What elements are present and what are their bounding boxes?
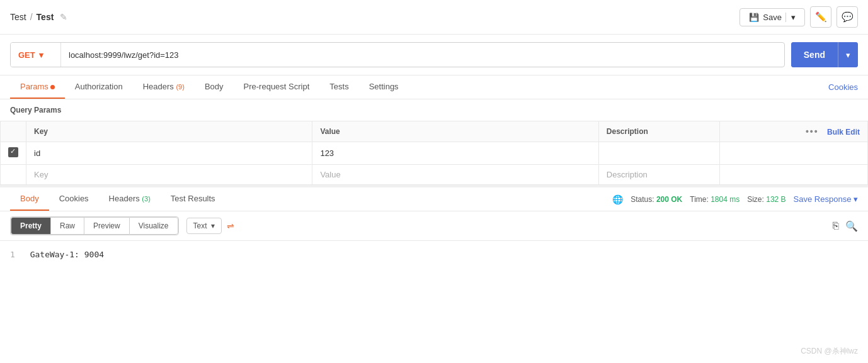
response-tab-body-label: Body	[20, 194, 39, 203]
section-title: Query Params	[0, 99, 868, 121]
col-desc-header: Description	[598, 121, 719, 142]
placeholder-key[interactable]: Key	[26, 165, 312, 185]
size-label: Size: 132 B	[747, 195, 785, 204]
save-dropdown-chevron[interactable]	[785, 13, 796, 22]
table-header-row: Key Value Description ••• Bulk Edit	[1, 121, 868, 142]
format-tab-pretty[interactable]: Pretty	[11, 217, 50, 235]
bulk-edit-button[interactable]: Bulk Edit	[827, 128, 860, 137]
text-format-label: Text	[193, 221, 207, 230]
tab-headers-label: Headers (9)	[143, 82, 185, 91]
response-tab-test-results[interactable]: Test Results	[161, 187, 226, 211]
placeholder-desc[interactable]: Description	[598, 165, 719, 185]
url-input-wrapper: GET	[10, 42, 785, 67]
query-params-section: Query Params Key Value Description ••• B…	[0, 99, 868, 185]
placeholder-actions	[720, 165, 868, 185]
url-bar: GET Send	[0, 35, 868, 75]
params-dot	[50, 85, 55, 89]
response-tab-body[interactable]: Body	[10, 187, 49, 211]
save-response-button[interactable]: Save Response ▾	[794, 194, 858, 204]
comment-icon: 💬	[842, 11, 854, 23]
tab-tests-label: Tests	[329, 82, 348, 91]
line-number-1: 1	[10, 250, 15, 259]
tab-body-label: Body	[205, 82, 224, 91]
response-tab-test-results-label: Test Results	[171, 194, 215, 203]
line-content-1: GateWay-1: 9004	[30, 250, 104, 259]
row-value-cell[interactable]: 123	[312, 142, 598, 165]
send-button-main[interactable]: Send	[791, 42, 838, 67]
time-label: Time: 1804 ms	[690, 195, 740, 204]
tab-authorization[interactable]: Authorization	[65, 75, 133, 99]
tab-body[interactable]: Body	[195, 75, 234, 99]
breadcrumb-separator: /	[30, 12, 33, 22]
request-tabs: Params Authorization Headers (9) Body Pr…	[0, 75, 868, 99]
table-row-placeholder: Key Value Description	[1, 165, 868, 185]
send-dropdown-button[interactable]	[838, 42, 858, 67]
format-tab-group: Pretty Raw Preview Visualize	[10, 216, 179, 235]
edit-icon[interactable]: ✎	[60, 12, 67, 22]
tab-settings-label: Settings	[369, 82, 399, 91]
breadcrumb: Test / Test ✎	[10, 12, 67, 22]
format-tab-raw[interactable]: Raw	[50, 217, 84, 235]
save-icon: 💾	[749, 13, 759, 22]
col-key-header: Key	[26, 121, 312, 142]
col-check-header	[1, 121, 26, 142]
row-checkbox[interactable]	[8, 147, 18, 157]
placeholder-check	[1, 165, 26, 185]
row-checkbox-cell	[1, 142, 26, 165]
response-section: Body Cookies Headers (3) Test Results St…	[0, 185, 868, 269]
placeholder-value[interactable]: Value	[312, 165, 598, 185]
tab-params-label: Params	[20, 82, 49, 91]
save-label: Save	[763, 13, 782, 22]
response-tabs: Body Cookies Headers (3) Test Results St…	[0, 187, 868, 211]
format-tab-visualize[interactable]: Visualize	[129, 217, 178, 235]
more-dots-icon[interactable]: •••	[806, 126, 819, 137]
copy-icon[interactable]: ⎘	[833, 220, 839, 232]
method-select[interactable]: GET	[11, 43, 61, 67]
tab-headers[interactable]: Headers (9)	[133, 75, 195, 99]
edit-request-button[interactable]: ✏️	[810, 6, 831, 28]
format-tab-preview[interactable]: Preview	[84, 217, 129, 235]
tab-params[interactable]: Params	[10, 75, 65, 99]
status-value: 200 OK	[656, 195, 682, 204]
pencil-icon: ✏️	[815, 11, 827, 23]
row-key-cell[interactable]: id	[26, 142, 312, 165]
tab-pre-request[interactable]: Pre-request Script	[234, 75, 320, 99]
tab-pre-request-label: Pre-request Script	[244, 82, 310, 91]
send-chevron-icon	[846, 50, 850, 60]
search-icon[interactable]: 🔍	[845, 220, 858, 232]
cookies-link[interactable]: Cookies	[828, 82, 858, 92]
tab-authorization-label: Authorization	[75, 82, 123, 91]
row-actions-cell	[720, 142, 868, 165]
tab-settings[interactable]: Settings	[359, 75, 409, 99]
params-table: Key Value Description ••• Bulk Edit id 1…	[0, 121, 868, 185]
format-toolbar: Pretty Raw Preview Visualize Text ⇌ ⎘ 🔍	[0, 211, 868, 241]
response-tab-cookies-label: Cookies	[59, 194, 89, 203]
comment-button[interactable]: 💬	[837, 6, 858, 28]
response-status: Status: 200 OK Time: 1804 ms Size: 132 B…	[612, 194, 858, 204]
table-row: id 123	[1, 142, 868, 165]
url-input[interactable]	[61, 50, 784, 60]
col-actions-header: ••• Bulk Edit	[720, 121, 868, 142]
text-format-chevron	[211, 221, 215, 230]
save-button[interactable]: 💾 Save	[740, 8, 805, 26]
breadcrumb-parent: Test	[10, 12, 26, 22]
wrap-icon[interactable]: ⇌	[227, 221, 234, 231]
size-value: 132 B	[766, 195, 785, 204]
tab-tests[interactable]: Tests	[319, 75, 358, 99]
toolbar-right-actions: ⎘ 🔍	[833, 220, 858, 232]
response-tab-headers[interactable]: Headers (3)	[99, 187, 161, 211]
response-body: 1 GateWay-1: 9004	[0, 241, 868, 269]
col-value-header: Value	[312, 121, 598, 142]
response-tab-headers-label: Headers (3)	[109, 194, 151, 203]
time-value: 1804 ms	[711, 195, 740, 204]
text-format-select[interactable]: Text	[186, 218, 222, 234]
send-button[interactable]: Send	[791, 42, 858, 67]
headers-badge: (9)	[176, 83, 184, 91]
response-tab-cookies[interactable]: Cookies	[49, 187, 99, 211]
row-desc-cell[interactable]	[598, 142, 719, 165]
response-line-1: 1 GateWay-1: 9004	[10, 249, 858, 262]
globe-icon	[612, 194, 623, 204]
top-actions: 💾 Save ✏️ 💬	[740, 6, 858, 28]
top-bar: Test / Test ✎ 💾 Save ✏️ 💬	[0, 0, 868, 35]
status-label: Status: 200 OK	[631, 195, 682, 204]
